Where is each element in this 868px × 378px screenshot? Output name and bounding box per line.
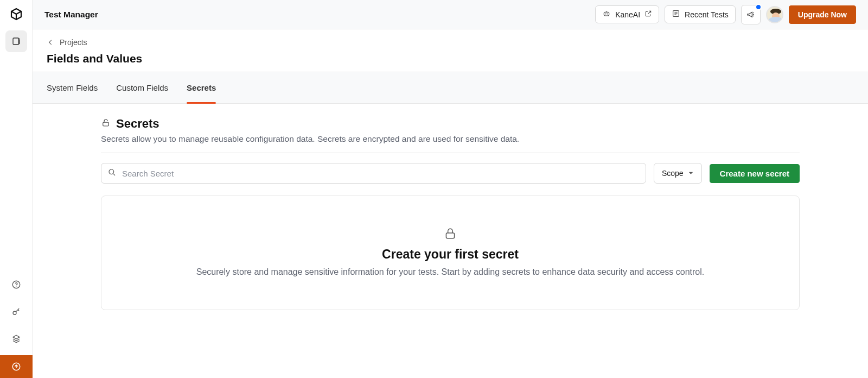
- breadcrumb: Projects: [47, 38, 854, 47]
- rail-item-keys[interactable]: [5, 301, 27, 323]
- left-rail: [0, 0, 33, 378]
- list-icon: [672, 9, 680, 20]
- svg-point-3: [16, 286, 16, 287]
- announcements-button[interactable]: [741, 5, 761, 24]
- empty-state: Create your first secret Securely store …: [101, 196, 800, 310]
- tabs: System Fields Custom Fields Secrets: [33, 72, 868, 104]
- svg-point-4: [13, 311, 16, 314]
- recent-tests-label: Recent Tests: [685, 10, 729, 19]
- secrets-heading: Secrets: [116, 117, 159, 131]
- recent-tests-button[interactable]: Recent Tests: [665, 5, 736, 23]
- lock-icon: [101, 118, 111, 130]
- search-input[interactable]: [101, 163, 646, 184]
- rail-item-stack[interactable]: [5, 328, 27, 350]
- app-title: Test Manager: [44, 10, 98, 20]
- controls-row: Scope Create new secret: [101, 163, 800, 184]
- tab-secrets[interactable]: Secrets: [187, 72, 216, 103]
- svg-point-7: [605, 14, 607, 15]
- content-area: Secrets Secrets allow you to manage reus…: [33, 104, 868, 378]
- notification-dot-icon: [755, 4, 762, 10]
- back-button[interactable]: [47, 39, 54, 46]
- tab-system-fields[interactable]: System Fields: [47, 72, 98, 103]
- scope-label: Scope: [662, 169, 684, 178]
- divider: [101, 153, 800, 153]
- upgrade-button[interactable]: Upgrade Now: [789, 5, 856, 24]
- brand-logo[interactable]: [10, 8, 23, 21]
- svg-rect-6: [604, 12, 609, 16]
- svg-rect-12: [446, 233, 454, 238]
- robot-icon: [602, 9, 611, 20]
- lock-icon: [123, 226, 777, 241]
- svg-rect-10: [103, 122, 109, 126]
- page-title: Fields and Values: [47, 52, 854, 65]
- avatar[interactable]: [766, 6, 783, 23]
- svg-rect-0: [13, 38, 19, 45]
- subheader: Projects Fields and Values: [33, 29, 868, 72]
- svg-rect-1: [18, 39, 20, 44]
- chevron-left-icon: [47, 39, 54, 46]
- kaneai-button[interactable]: KaneAI: [595, 5, 659, 23]
- topbar: Test Manager KaneAI Recent Tests: [33, 0, 868, 29]
- empty-body: Securely store and manage sensitive info…: [123, 267, 777, 277]
- breadcrumb-parent[interactable]: Projects: [60, 38, 87, 47]
- tab-custom-fields[interactable]: Custom Fields: [116, 72, 168, 103]
- megaphone-icon: [746, 10, 755, 19]
- rail-item-projects[interactable]: [5, 30, 27, 52]
- create-secret-button[interactable]: Create new secret: [710, 164, 800, 183]
- svg-point-11: [109, 169, 114, 174]
- empty-title: Create your first secret: [123, 247, 777, 262]
- search-icon: [107, 168, 116, 179]
- external-link-icon: [644, 10, 652, 19]
- main-area: Test Manager KaneAI Recent Tests: [33, 0, 868, 378]
- secrets-description: Secrets allow you to manage reusable con…: [101, 134, 800, 144]
- scope-dropdown[interactable]: Scope: [654, 163, 702, 184]
- kaneai-label: KaneAI: [615, 10, 640, 19]
- rail-item-help[interactable]: [5, 274, 27, 295]
- search-wrapper: [101, 163, 646, 184]
- rail-item-upgrade[interactable]: [0, 355, 33, 378]
- caret-down-icon: [688, 169, 694, 178]
- svg-point-8: [607, 14, 608, 15]
